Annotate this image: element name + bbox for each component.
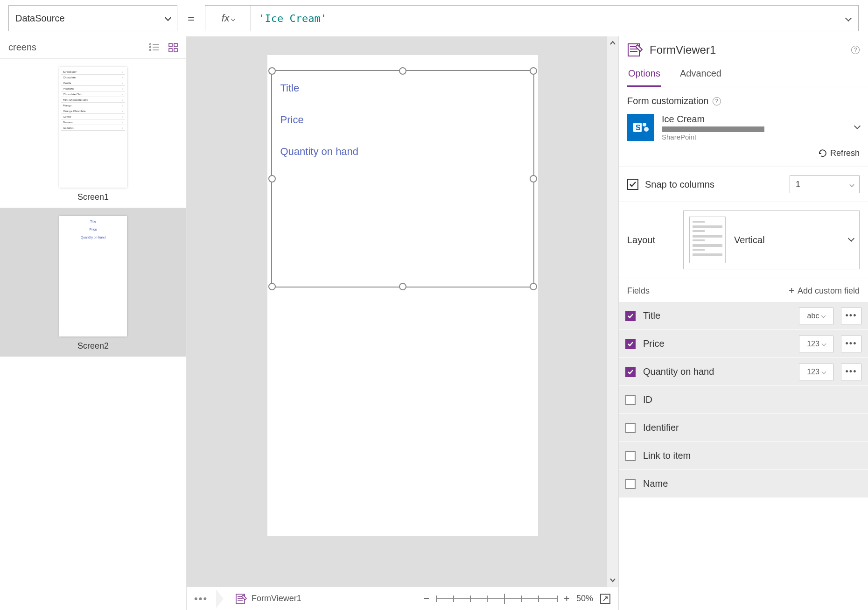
resize-handle[interactable] (530, 67, 537, 75)
layout-value: Vertical (734, 235, 840, 245)
field-type-select[interactable]: 123 (799, 336, 833, 352)
chevron-down-icon (231, 12, 235, 24)
fx-button[interactable]: fx (205, 5, 251, 31)
field-more-button[interactable]: ••• (841, 364, 861, 380)
chevron-down-icon (846, 13, 851, 24)
properties-panel: FormViewer1 ? Options Advanced Form cust… (618, 36, 868, 610)
zoom-slider[interactable] (436, 598, 557, 599)
form-field-label[interactable]: Title (272, 71, 533, 103)
scroll-track[interactable] (607, 49, 618, 574)
field-row[interactable]: Identifier (619, 414, 868, 442)
layout-select[interactable]: Vertical (683, 210, 860, 269)
zoom-in-button[interactable]: + (564, 593, 570, 605)
screen-item-screen2[interactable]: TitlePriceQuantity on hand Screen2 (0, 208, 186, 357)
canvas-area: TitlePriceQuantity on hand ••• (187, 36, 618, 610)
help-icon[interactable]: ? (713, 97, 721, 105)
field-name: Price (643, 338, 791, 349)
list-view-icon[interactable] (149, 43, 159, 51)
formula-bar: DataSource = fx 'Ice Cream' (0, 0, 868, 36)
svg-point-21 (643, 123, 646, 126)
field-row[interactable]: Titleabc••• (619, 301, 868, 330)
svg-rect-6 (169, 43, 172, 47)
resize-handle[interactable] (399, 283, 406, 290)
field-name: Link to item (643, 450, 861, 461)
expand-icon[interactable] (600, 593, 611, 604)
form-icon (236, 594, 247, 604)
field-row[interactable]: Price123••• (619, 330, 868, 358)
form-field-label[interactable]: Quantity on hand (272, 134, 533, 166)
layout-section: Layout Vertical (619, 202, 868, 278)
screen-item-screen1[interactable]: Strawberry›Chocolate›Vanilla›Pistachio›C… (0, 59, 186, 208)
fields-section: Fields + Add custom field Titleabc•••Pri… (619, 278, 868, 498)
snap-label: Snap to columns (645, 179, 783, 190)
grid-view-icon[interactable] (168, 43, 178, 52)
svg-point-2 (150, 46, 151, 48)
form-field-label[interactable]: Price (272, 103, 533, 134)
svg-point-22 (644, 127, 649, 132)
screen2-thumbnail: TitlePriceQuantity on hand (59, 216, 127, 337)
resize-handle[interactable] (268, 175, 276, 182)
zoom-out-button[interactable]: − (423, 593, 429, 605)
svg-rect-7 (174, 43, 177, 47)
refresh-button[interactable]: Refresh (627, 148, 860, 158)
datasource-type: SharePoint (662, 133, 847, 141)
tabs: Options Advanced (619, 63, 868, 87)
columns-select[interactable]: 1 (790, 175, 860, 193)
field-name: Identifier (643, 422, 861, 433)
form-viewer-control[interactable]: TitlePriceQuantity on hand (271, 70, 534, 287)
field-checkbox[interactable] (625, 367, 636, 377)
field-row[interactable]: Name (619, 470, 868, 498)
svg-point-0 (150, 43, 151, 45)
help-icon[interactable]: ? (851, 46, 860, 54)
snap-section: Snap to columns 1 (619, 167, 868, 202)
chevron-down-icon (166, 13, 170, 24)
form-icon (627, 43, 643, 57)
sharepoint-icon: S (627, 114, 654, 141)
resize-handle[interactable] (530, 175, 537, 182)
resize-handle[interactable] (530, 283, 537, 290)
layout-label: Layout (627, 235, 674, 245)
field-more-button[interactable]: ••• (841, 336, 861, 352)
chevron-down-icon (849, 236, 854, 244)
section-title: Form customization (627, 96, 709, 106)
resize-handle[interactable] (268, 67, 276, 75)
breadcrumb[interactable]: FormViewer1 (236, 594, 301, 604)
resize-handle[interactable] (268, 283, 276, 290)
datasource-selector[interactable]: S Ice Cream SharePoint (627, 114, 860, 141)
tab-options[interactable]: Options (627, 63, 661, 87)
tab-advanced[interactable]: Advanced (679, 63, 722, 87)
breadcrumb-separator (216, 589, 227, 608)
field-type-select[interactable]: abc (799, 308, 833, 324)
datasource-name: Ice Cream (662, 114, 847, 125)
field-checkbox[interactable] (625, 339, 636, 349)
refresh-icon (818, 149, 827, 158)
field-checkbox[interactable] (625, 451, 636, 461)
formula-input[interactable]: 'Ice Cream' (251, 5, 859, 31)
field-checkbox[interactable] (625, 423, 636, 433)
field-type-select[interactable]: 123 (799, 364, 833, 380)
field-name: Title (643, 310, 791, 321)
more-button[interactable]: ••• (194, 593, 208, 605)
field-row[interactable]: Quantity on hand123••• (619, 358, 868, 386)
field-checkbox[interactable] (625, 395, 636, 405)
scroll-down-icon[interactable] (607, 574, 618, 587)
field-checkbox[interactable] (625, 311, 636, 321)
property-selector-value: DataSource (15, 13, 65, 24)
scroll-up-icon[interactable] (607, 36, 618, 49)
resize-handle[interactable] (399, 67, 406, 75)
formula-value: 'Ice Cream' (259, 13, 327, 24)
property-selector[interactable]: DataSource (8, 5, 177, 31)
snap-checkbox[interactable] (627, 179, 638, 190)
field-row[interactable]: ID (619, 386, 868, 414)
canvas-scrollbar[interactable] (607, 36, 618, 587)
app-screen[interactable]: TitlePriceQuantity on hand (267, 55, 538, 536)
field-more-button[interactable]: ••• (841, 308, 861, 324)
field-row[interactable]: Link to item (619, 442, 868, 470)
properties-header: FormViewer1 ? (619, 36, 868, 63)
plus-icon: + (789, 285, 795, 297)
fields-label: Fields (627, 286, 650, 296)
field-checkbox[interactable] (625, 479, 636, 489)
breadcrumb-text: FormViewer1 (252, 594, 301, 603)
add-custom-field-button[interactable]: + Add custom field (789, 285, 860, 297)
datasource-email-redacted (662, 126, 764, 132)
